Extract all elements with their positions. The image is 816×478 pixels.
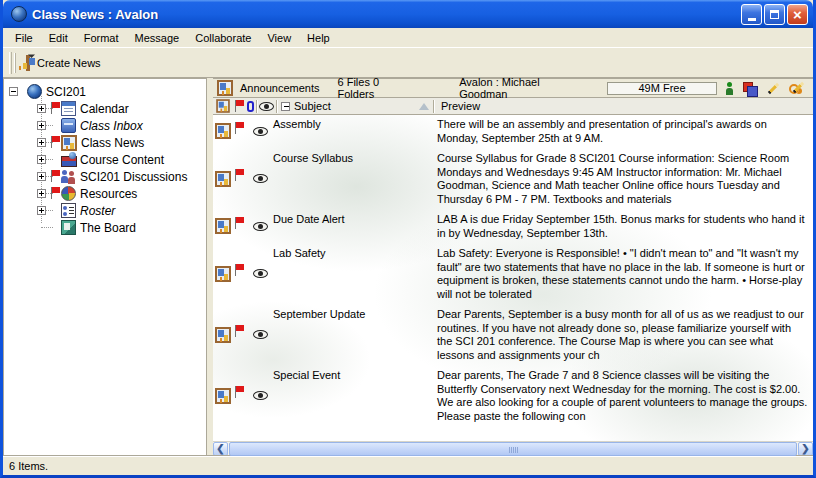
- tree-item[interactable]: Class Inbox: [4, 117, 206, 134]
- tree-item[interactable]: Class News: [4, 134, 206, 151]
- tree-item[interactable]: Roster: [4, 202, 206, 219]
- expand-toggle[interactable]: [37, 172, 46, 181]
- message-preview: LAB A is due Friday September 15th. Bonu…: [427, 212, 813, 240]
- tree-item[interactable]: Course Content: [4, 151, 206, 168]
- maximize-button[interactable]: [764, 4, 785, 25]
- flag-icon: [234, 325, 244, 338]
- folder-icon: [61, 186, 76, 201]
- expand-toggle[interactable]: [37, 206, 46, 215]
- tree-item[interactable]: The Board: [4, 219, 206, 236]
- course-globe-icon: [27, 84, 42, 99]
- attachment-column-icon[interactable]: [247, 101, 254, 112]
- expand-toggle[interactable]: [37, 138, 46, 147]
- message-preview: Dear parents, The Grade 7 and 8 Science …: [427, 368, 813, 423]
- collapse-toggle[interactable]: [9, 87, 18, 96]
- tree-item[interactable]: SCI201 Discussions: [4, 168, 206, 185]
- read-status-column-icon[interactable]: [259, 102, 274, 111]
- message-preview: Course Syllabus for Grade 8 SCI201 Cours…: [427, 151, 813, 206]
- scroll-left-button[interactable]: ❮: [213, 442, 228, 456]
- column-separator: [276, 100, 277, 113]
- permissions-key-pencil-icon[interactable]: [789, 82, 805, 95]
- menu-item[interactable]: Help: [299, 30, 338, 46]
- tree-item-label: Class News: [80, 136, 144, 150]
- message-row[interactable]: Due Date Alert LAB A is due Friday Septe…: [213, 210, 813, 244]
- unread-eye-icon: [253, 391, 268, 400]
- message-preview: Dear Parents, September is a busy month …: [427, 307, 813, 362]
- collapse-all-icon[interactable]: [281, 102, 290, 111]
- message-row[interactable]: September Update Dear Parents, September…: [213, 305, 813, 366]
- expand-toggle[interactable]: [37, 189, 46, 198]
- message-row[interactable]: Special Event Dear parents, The Grade 7 …: [213, 366, 813, 427]
- scrollbar-thumb[interactable]: [229, 442, 797, 456]
- column-header: Subject Preview: [213, 98, 813, 115]
- tree-item[interactable]: Calendar: [4, 100, 206, 117]
- message-panel: Announcements 6 Files 0 Folders Avalon :…: [213, 78, 813, 456]
- menu-item[interactable]: File: [7, 30, 41, 46]
- close-button[interactable]: ×: [787, 4, 808, 25]
- cursor-arrow-icon: [28, 50, 35, 57]
- message-row[interactable]: Lab Safety Lab Safety: Everyone is Respo…: [213, 244, 813, 305]
- news-item-icon: [215, 171, 231, 187]
- flag-column-icon[interactable]: [234, 100, 244, 113]
- free-space-indicator: 49M Free: [607, 82, 717, 95]
- flag-icon: [234, 264, 244, 277]
- menu-item[interactable]: Edit: [41, 30, 76, 46]
- message-subject: September Update: [271, 307, 427, 362]
- news-item-icon: [215, 266, 231, 282]
- horizontal-scrollbar[interactable]: ❮ ❯: [213, 441, 813, 456]
- subject-column-header[interactable]: Subject: [279, 100, 431, 112]
- news-item-icon: [215, 327, 231, 343]
- folder-icon: [61, 152, 76, 167]
- file-folder-counts: 6 Files 0 Folders: [338, 76, 416, 100]
- unread-eye-icon: [253, 330, 268, 339]
- tree-item-root[interactable]: SCI201: [4, 83, 206, 100]
- menu-item[interactable]: Format: [76, 30, 127, 46]
- menubar: File Edit Format Message Collaborate Vie…: [3, 28, 813, 48]
- server-user: Avalon : Michael Goodman: [459, 76, 585, 100]
- message-row[interactable]: Course Syllabus Course Syllabus for Grad…: [213, 149, 813, 210]
- expand-toggle[interactable]: [37, 155, 46, 164]
- message-subject: Course Syllabus: [271, 151, 427, 206]
- minimize-button[interactable]: [741, 4, 762, 25]
- toolbar: Create News: [3, 48, 813, 78]
- folder-icon: [61, 220, 76, 235]
- folder-icon: [61, 118, 76, 133]
- news-item-icon: [215, 218, 231, 234]
- unread-eye-icon: [253, 127, 268, 136]
- subject-column-label: Subject: [294, 100, 415, 112]
- create-news-button[interactable]: Create News: [16, 54, 109, 72]
- message-list: Assembly There will be an assembly and p…: [213, 115, 813, 441]
- news-item-icon: [215, 388, 231, 404]
- menu-item[interactable]: Message: [127, 30, 188, 46]
- flag-icon: [234, 169, 244, 182]
- folder-icon: [61, 169, 76, 184]
- item-type-column-icon[interactable]: [216, 99, 230, 113]
- sort-ascending-icon: [419, 103, 429, 110]
- application-window: Class News : Avalon × File Edit Format M…: [0, 0, 816, 478]
- member-icon[interactable]: [725, 82, 734, 95]
- panel-header: Announcements 6 Files 0 Folders Avalon :…: [213, 79, 813, 98]
- edit-pencil-icon[interactable]: [766, 82, 780, 95]
- tree-item-label: SCI201: [45, 85, 86, 99]
- tree-item[interactable]: Resources: [4, 185, 206, 202]
- scroll-right-button[interactable]: ❯: [798, 442, 813, 456]
- flag-icon: [234, 217, 244, 230]
- preview-column-header[interactable]: Preview: [436, 100, 813, 112]
- message-subject: Lab Safety: [271, 246, 427, 301]
- expand-toggle[interactable]: [37, 121, 46, 130]
- conference-icon[interactable]: [743, 82, 757, 95]
- folder-name: Announcements: [240, 82, 320, 94]
- tree-item-label: Class Inbox: [79, 119, 143, 133]
- flag-icon: [234, 122, 244, 135]
- toolbar-gripper[interactable]: [9, 52, 12, 74]
- menu-item[interactable]: View: [259, 30, 299, 46]
- tree-item-label: Resources: [79, 187, 137, 201]
- flag-icon: [234, 386, 244, 399]
- message-row[interactable]: Assembly There will be an assembly and p…: [213, 115, 813, 149]
- create-news-label: Create News: [37, 57, 101, 69]
- menu-item[interactable]: Collaborate: [187, 30, 259, 46]
- titlebar[interactable]: Class News : Avalon ×: [3, 0, 813, 28]
- message-subject: Special Event: [271, 368, 427, 423]
- expand-toggle[interactable]: [37, 104, 46, 113]
- message-subject: Due Date Alert: [271, 212, 427, 240]
